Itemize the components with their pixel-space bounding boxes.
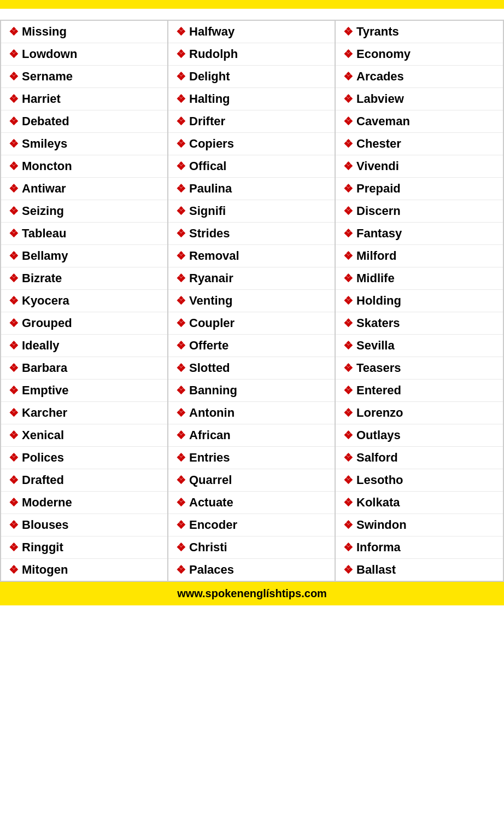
word-text: Drifter bbox=[189, 114, 225, 129]
bullet-icon: ❖ bbox=[343, 451, 353, 464]
bullet-icon: ❖ bbox=[9, 92, 19, 106]
word-item: ❖Palaces bbox=[168, 559, 335, 581]
word-item: ❖Economy bbox=[336, 43, 503, 66]
word-item: ❖Sername bbox=[1, 66, 167, 88]
word-item: ❖Tyrants bbox=[336, 21, 503, 43]
word-text: Rudolph bbox=[189, 47, 238, 61]
word-text: Bizrate bbox=[22, 271, 62, 285]
word-text: Drafted bbox=[22, 473, 64, 487]
bullet-icon: ❖ bbox=[9, 48, 19, 61]
bullet-icon: ❖ bbox=[176, 115, 186, 128]
word-item: ❖Rudolph bbox=[168, 43, 335, 66]
word-item: ❖Arcades bbox=[336, 66, 503, 88]
word-item: ❖Xenical bbox=[1, 424, 167, 447]
bullet-icon: ❖ bbox=[9, 205, 19, 218]
bullet-icon: ❖ bbox=[9, 429, 19, 442]
bullet-icon: ❖ bbox=[176, 160, 186, 173]
bullet-icon: ❖ bbox=[176, 294, 186, 307]
bullet-icon: ❖ bbox=[176, 272, 186, 285]
word-text: Chester bbox=[356, 137, 401, 151]
bullet-icon: ❖ bbox=[9, 496, 19, 509]
footer-url[interactable]: www.spokenenglíshtips.com bbox=[177, 587, 327, 599]
word-text: Sername bbox=[22, 69, 73, 84]
word-item: ❖Discern bbox=[336, 200, 503, 223]
word-text: Smileys bbox=[22, 137, 67, 151]
word-text: Entered bbox=[356, 383, 401, 398]
bullet-icon: ❖ bbox=[343, 25, 353, 38]
word-item: ❖Entered bbox=[336, 380, 503, 402]
bullet-icon: ❖ bbox=[343, 541, 353, 554]
bullet-icon: ❖ bbox=[9, 227, 19, 240]
word-text: Kyocera bbox=[22, 294, 69, 308]
word-text: Barbara bbox=[22, 361, 67, 375]
word-text: Strides bbox=[189, 226, 230, 241]
bullet-icon: ❖ bbox=[176, 48, 186, 61]
word-text: Polices bbox=[22, 451, 64, 465]
word-item: ❖Lowdown bbox=[1, 43, 167, 66]
word-item: ❖Labview bbox=[336, 88, 503, 110]
word-item: ❖Christi bbox=[168, 536, 335, 559]
word-text: Ideally bbox=[22, 339, 59, 353]
word-text: Banning bbox=[189, 383, 237, 398]
word-text: Slotted bbox=[189, 361, 230, 375]
word-item: ❖Moncton bbox=[1, 155, 167, 178]
word-text: Karcher bbox=[22, 406, 67, 420]
word-item: ❖Entries bbox=[168, 447, 335, 469]
bullet-icon: ❖ bbox=[176, 339, 186, 352]
bullet-icon: ❖ bbox=[343, 474, 353, 487]
word-text: Halfway bbox=[189, 25, 235, 39]
word-item: ❖Drafted bbox=[1, 469, 167, 492]
header bbox=[0, 0, 504, 9]
word-text: Offical bbox=[189, 159, 226, 173]
word-item: ❖Offerte bbox=[168, 335, 335, 357]
bullet-icon: ❖ bbox=[176, 406, 186, 419]
word-text: Salford bbox=[356, 451, 398, 465]
bullet-icon: ❖ bbox=[343, 70, 353, 83]
bullet-icon: ❖ bbox=[343, 384, 353, 397]
word-item: ❖African bbox=[168, 424, 335, 447]
word-item: ❖Paulina bbox=[168, 178, 335, 200]
word-item: ❖Bellamy bbox=[1, 245, 167, 267]
word-text: Halting bbox=[189, 92, 230, 106]
word-item: ❖Chester bbox=[336, 133, 503, 155]
word-text: Midlife bbox=[356, 271, 395, 285]
word-text: Debated bbox=[22, 114, 69, 129]
word-item: ❖Midlife bbox=[336, 267, 503, 290]
word-text: Fantasy bbox=[356, 226, 402, 241]
bullet-icon: ❖ bbox=[176, 496, 186, 509]
bullet-icon: ❖ bbox=[176, 92, 186, 106]
word-text: Copiers bbox=[189, 137, 234, 151]
word-text: Skaters bbox=[356, 316, 400, 330]
word-item: ❖Missing bbox=[1, 21, 167, 43]
column-3: ❖Tyrants❖Economy❖Arcades❖Labview❖Caveman… bbox=[336, 21, 503, 581]
word-item: ❖Sevilla bbox=[336, 335, 503, 357]
bullet-icon: ❖ bbox=[176, 137, 186, 150]
word-item: ❖Debated bbox=[1, 110, 167, 133]
word-item: ❖Grouped bbox=[1, 312, 167, 335]
bullet-icon: ❖ bbox=[9, 474, 19, 487]
word-item: ❖Vivendi bbox=[336, 155, 503, 178]
bullet-icon: ❖ bbox=[9, 384, 19, 397]
bullet-icon: ❖ bbox=[343, 205, 353, 218]
word-text: Coupler bbox=[189, 316, 235, 330]
word-text: Xenical bbox=[22, 428, 64, 442]
word-text: Holding bbox=[356, 294, 401, 308]
bullet-icon: ❖ bbox=[176, 205, 186, 218]
word-item: ❖Coupler bbox=[168, 312, 335, 335]
word-text: Teasers bbox=[356, 361, 401, 375]
word-text: Kolkata bbox=[356, 495, 400, 510]
word-text: Ringgit bbox=[22, 540, 63, 555]
word-text: African bbox=[189, 428, 231, 442]
bullet-icon: ❖ bbox=[9, 361, 19, 375]
bullet-icon: ❖ bbox=[176, 361, 186, 375]
word-text: Milford bbox=[356, 249, 396, 263]
word-text: Tableau bbox=[22, 226, 67, 241]
word-text: Ballast bbox=[356, 563, 396, 577]
bullet-icon: ❖ bbox=[176, 25, 186, 38]
word-item: ❖Polices bbox=[1, 447, 167, 469]
word-text: Economy bbox=[356, 47, 411, 61]
bullet-icon: ❖ bbox=[9, 272, 19, 285]
bullet-icon: ❖ bbox=[343, 406, 353, 419]
word-item: ❖Offical bbox=[168, 155, 335, 178]
word-item: ❖Emptive bbox=[1, 380, 167, 402]
